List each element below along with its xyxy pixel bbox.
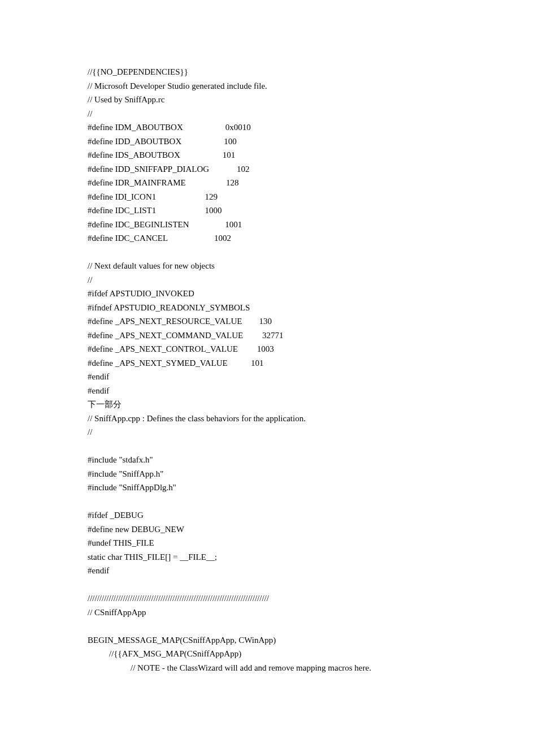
blank-line [88, 578, 483, 592]
blank-line [88, 495, 483, 509]
document-page: //{{NO_DEPENDENCIES}} // Microsoft Devel… [0, 0, 534, 709]
code-line: #endif [88, 370, 483, 384]
code-line: #define new DEBUG_NEW [88, 522, 483, 537]
code-line: #ifdef _DEBUG [88, 508, 483, 522]
code-line: #define _APS_NEXT_CONTROL_VALUE 1003 [88, 342, 483, 356]
code-line: // [88, 107, 483, 121]
code-line: #define IDD_SNIFFAPP_DIALOG 102 [88, 162, 483, 176]
code-line: #define _APS_NEXT_SYMED_VALUE 101 [88, 356, 483, 370]
code-line: #include "SniffApp.h" [88, 467, 483, 481]
code-line: #include "stdafx.h" [88, 453, 483, 467]
code-line: #define IDC_BEGINLISTEN 1001 [88, 218, 483, 232]
code-line: #define IDD_ABOUTBOX 100 [88, 135, 483, 149]
code-line: // [88, 425, 483, 439]
code-line: #define IDR_MAINFRAME 128 [88, 176, 483, 190]
code-line: #define IDC_LIST1 1000 [88, 204, 483, 218]
code-line: #endif [88, 564, 483, 578]
code-line: // Next default values for new objects [88, 259, 483, 273]
code-line: ////////////////////////////////////////… [88, 591, 483, 606]
code-line: #define _APS_NEXT_RESOURCE_VALUE 130 [88, 314, 483, 329]
code-line: // Microsoft Developer Studio generated … [88, 79, 483, 93]
code-line: static char THIS_FILE[] = __FILE__; [88, 550, 483, 564]
code-line: #ifdef APSTUDIO_INVOKED [88, 287, 483, 301]
code-line: // Used by SniffApp.rc [88, 93, 483, 107]
code-line: BEGIN_MESSAGE_MAP(CSniffAppApp, CWinApp) [88, 633, 483, 647]
blank-line [88, 619, 483, 633]
code-line: #endif [88, 384, 483, 398]
code-line: // SniffApp.cpp : Defines the class beha… [88, 412, 483, 426]
code-line: #ifndef APSTUDIO_READONLY_SYMBOLS [88, 301, 483, 315]
code-line: #define _APS_NEXT_COMMAND_VALUE 32771 [88, 329, 483, 343]
code-line: //{{AFX_MSG_MAP(CSniffAppApp) [88, 647, 483, 661]
code-line: #undef THIS_FILE [88, 536, 483, 550]
code-line: // NOTE - the ClassWizard will add and r… [88, 661, 483, 675]
code-line: #define IDM_ABOUTBOX 0x0010 [88, 120, 483, 135]
blank-line [88, 439, 483, 453]
code-line: #define IDS_ABOUTBOX 101 [88, 148, 483, 162]
code-line: #define IDC_CANCEL 1002 [88, 231, 483, 245]
code-line: // CSniffAppApp [88, 606, 483, 620]
blank-line [88, 245, 483, 260]
code-line: #include "SniffAppDlg.h" [88, 481, 483, 495]
code-line: //{{NO_DEPENDENCIES}} [88, 65, 483, 79]
code-line: #define IDI_ICON1 129 [88, 190, 483, 204]
code-line: 下一部分 [88, 398, 483, 412]
code-line: // [88, 273, 483, 287]
